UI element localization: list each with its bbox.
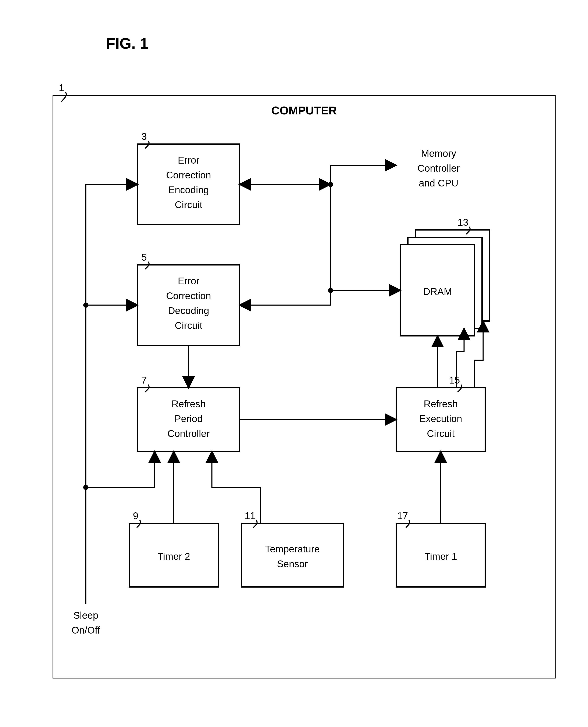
block-refresh-execution-circuit: Refresh Execution Circuit 15 xyxy=(396,375,485,451)
diagram-canvas: FIG. 1 COMPUTER 1 Error Correction Encod… xyxy=(0,0,588,727)
svg-text:Error: Error xyxy=(178,275,200,286)
svg-text:13: 13 xyxy=(458,217,468,228)
svg-rect-22 xyxy=(241,523,343,587)
svg-text:Circuit: Circuit xyxy=(175,199,203,210)
svg-text:Refresh: Refresh xyxy=(171,398,206,409)
block-error-correction-encoding: Error Correction Encoding Circuit 3 xyxy=(138,131,239,224)
computer-block: COMPUTER 1 xyxy=(53,82,555,678)
svg-text:5: 5 xyxy=(141,252,147,263)
block-temperature-sensor: Temperature Sensor 11 xyxy=(241,510,343,587)
svg-text:Timer 2: Timer 2 xyxy=(158,551,190,562)
block-error-correction-decoding: Error Correction Decoding Circuit 5 xyxy=(138,252,239,345)
block-dram: DRAM 13 xyxy=(400,217,489,336)
svg-text:Sensor: Sensor xyxy=(277,558,308,569)
svg-text:Execution: Execution xyxy=(419,413,462,424)
svg-text:Correction: Correction xyxy=(166,290,211,301)
svg-text:Refresh: Refresh xyxy=(424,398,458,409)
bus-central xyxy=(328,165,400,293)
ref-1: 1 xyxy=(59,82,66,102)
svg-text:Temperature: Temperature xyxy=(265,543,320,555)
figure-title: FIG. 1 xyxy=(106,35,148,52)
svg-text:Sleep: Sleep xyxy=(73,610,98,621)
label-memory-controller-cpu: Memory Controller and CPU xyxy=(417,148,460,189)
computer-label: COMPUTER xyxy=(271,104,337,117)
svg-text:Period: Period xyxy=(174,413,203,424)
svg-text:Encoding: Encoding xyxy=(168,184,209,195)
svg-text:11: 11 xyxy=(245,510,255,521)
svg-text:Memory: Memory xyxy=(421,148,456,159)
svg-text:Circuit: Circuit xyxy=(427,428,455,439)
wire-decoding-bus xyxy=(239,290,331,305)
svg-text:1: 1 xyxy=(59,82,64,93)
svg-text:Decoding: Decoding xyxy=(168,305,209,316)
svg-text:Controller: Controller xyxy=(167,428,210,439)
svg-text:and CPU: and CPU xyxy=(419,177,459,189)
svg-text:9: 9 xyxy=(133,510,139,521)
svg-text:Timer 1: Timer 1 xyxy=(424,551,457,562)
svg-text:3: 3 xyxy=(141,131,147,142)
svg-text:Error: Error xyxy=(178,155,200,166)
svg-text:On/Off: On/Off xyxy=(71,625,100,636)
svg-text:Circuit: Circuit xyxy=(175,320,203,331)
svg-text:Controller: Controller xyxy=(417,163,460,174)
svg-text:15: 15 xyxy=(449,375,460,386)
svg-text:17: 17 xyxy=(397,510,408,521)
svg-text:7: 7 xyxy=(141,375,147,386)
label-sleep-onoff: Sleep On/Off xyxy=(71,610,100,636)
svg-rect-0 xyxy=(53,95,555,678)
svg-point-47 xyxy=(83,485,88,490)
svg-point-46 xyxy=(83,303,88,308)
svg-text:DRAM: DRAM xyxy=(423,286,452,297)
svg-text:Correction: Correction xyxy=(166,170,211,180)
